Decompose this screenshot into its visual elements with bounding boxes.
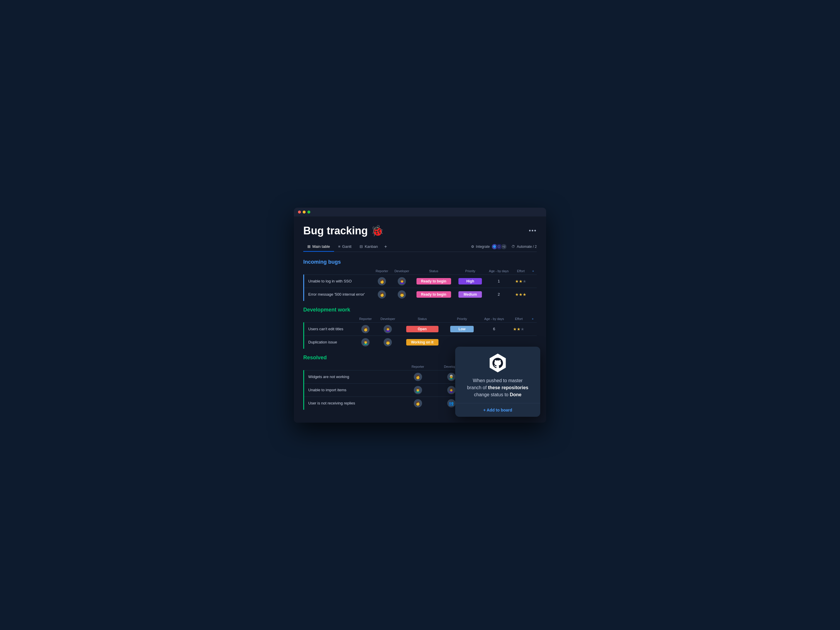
avatar: 👩‍🦱 xyxy=(447,386,455,394)
maximize-dot[interactable] xyxy=(307,211,310,213)
automate-icon: ⏱ xyxy=(512,245,515,249)
add-to-board-button[interactable]: + Add to board xyxy=(483,408,512,412)
row-status[interactable]: Working on it xyxy=(400,336,445,349)
section-development-work-title: Development work xyxy=(303,307,350,313)
avatar: 👩 xyxy=(378,277,386,285)
automate-label: Automate / 2 xyxy=(517,245,537,249)
row-effort: ★★★ xyxy=(512,288,530,301)
section-incoming-bugs-title: Incoming bugs xyxy=(303,259,341,265)
gantt-icon: ≡ xyxy=(338,244,341,249)
row-developer: 👨 xyxy=(391,288,412,301)
row-name: Users can't edit titles xyxy=(304,322,355,336)
col-name-incoming xyxy=(304,267,373,275)
integrate-avatars: 🔷 ⬡ +2 xyxy=(491,244,507,249)
app-window: Bug tracking 🐞 ••• ⊞ Main table ≡ Gantt … xyxy=(294,208,546,423)
row-reporter: 👩 xyxy=(355,322,376,336)
col-name-resolved xyxy=(304,363,402,370)
row-name: Duplication issue xyxy=(304,336,355,349)
minimize-dot[interactable] xyxy=(303,211,306,213)
tab-gantt-label: Gantt xyxy=(342,244,352,249)
row-reporter: 👩 xyxy=(373,288,391,301)
avatar: 👥 xyxy=(447,399,455,407)
avatar: 👩 xyxy=(414,373,422,381)
row-effort: ★★★ xyxy=(509,322,529,336)
app-header: Bug tracking 🐞 ••• xyxy=(303,225,537,237)
section-incoming-bugs: Incoming bugs Reporter Developer Status … xyxy=(303,259,537,301)
row-status[interactable]: Open xyxy=(400,322,445,336)
col-reporter-resolved: Reporter xyxy=(402,363,434,370)
avatar: 👩 xyxy=(414,399,422,407)
automate-button[interactable]: ⏱ Automate / 2 xyxy=(512,245,537,249)
col-age-dev: Age - by days xyxy=(479,315,509,323)
col-reporter-dev: Reporter xyxy=(355,315,376,323)
table-row: Unable to log in with SSO 👩 👩‍🦱 Ready to… xyxy=(304,275,537,288)
tab-kanban[interactable]: ⊟ Kanban xyxy=(355,242,382,252)
col-effort-dev: Effort xyxy=(509,315,529,323)
row-age: 6 xyxy=(479,322,509,336)
row-priority[interactable]: High xyxy=(455,275,485,288)
row-reporter: 👩 xyxy=(373,275,391,288)
col-developer-incoming: Developer xyxy=(391,267,412,275)
github-icon xyxy=(493,358,503,368)
col-priority-incoming: Priority xyxy=(455,267,485,275)
title-text: Bug tracking xyxy=(303,225,368,237)
row-age: 2 xyxy=(486,288,512,301)
avatar: 👨 xyxy=(398,291,406,298)
priority-badge: High xyxy=(458,278,482,284)
avatar: 👩 xyxy=(378,291,386,298)
row-status[interactable]: Ready to begin xyxy=(412,275,455,288)
row-reporter: 👨‍🦱 xyxy=(355,336,376,349)
row-priority[interactable]: Medium xyxy=(455,288,485,301)
more-button[interactable]: ••• xyxy=(529,227,537,234)
table-row: Error message '500 internal error' 👩 👨 R… xyxy=(304,288,537,301)
title-emoji: 🐞 xyxy=(371,225,384,237)
tab-bar: ⊞ Main table ≡ Gantt ⊟ Kanban + ⚙ Integr… xyxy=(303,242,537,252)
avatar: 👨‍🦱 xyxy=(414,386,422,394)
development-work-table: Reporter Developer Status Priority Age -… xyxy=(303,315,537,349)
integrate-button[interactable]: ⚙ Integrate 🔷 ⬡ +2 xyxy=(471,244,507,249)
row-name: Widgets are not working xyxy=(304,370,402,383)
status-badge: Ready to begin xyxy=(417,278,451,284)
col-developer-dev: Developer xyxy=(376,315,400,323)
section-development-work-header: Development work xyxy=(303,307,537,313)
row-developer: 👩‍🦱 xyxy=(391,275,412,288)
col-effort-incoming: Effort xyxy=(512,267,530,275)
row-reporter: 👩 xyxy=(402,370,434,383)
close-dot[interactable] xyxy=(298,211,301,213)
col-priority-dev: Priority xyxy=(445,315,479,323)
tab-actions: ⚙ Integrate 🔷 ⬡ +2 ⏱ Automate / 2 xyxy=(471,244,537,249)
row-name: Error message '500 internal error' xyxy=(304,288,373,301)
avatar: 👩 xyxy=(362,325,369,333)
section-resolved-title: Resolved xyxy=(303,355,327,361)
row-name: User is not receiving replies xyxy=(304,396,402,410)
popup-text: When pushed to master branch of these re… xyxy=(462,377,533,398)
github-hexagon xyxy=(488,354,507,373)
status-badge: Working on it xyxy=(406,339,439,346)
row-effort: ★★★ xyxy=(512,275,530,288)
row-priority[interactable]: Low xyxy=(445,322,479,336)
priority-badge: Medium xyxy=(458,291,482,298)
row-status[interactable]: Ready to begin xyxy=(412,288,455,301)
avatar: 👨‍🦳 xyxy=(447,373,455,381)
table-icon: ⊞ xyxy=(307,244,311,249)
row-age: 1 xyxy=(486,275,512,288)
row-name: Unable to log in with SSO xyxy=(304,275,373,288)
add-tab-button[interactable]: + xyxy=(382,242,389,252)
status-badge: Ready to begin xyxy=(417,291,451,298)
github-popup: When pushed to master branch of these re… xyxy=(455,347,540,417)
integrate-label: Integrate xyxy=(476,245,490,249)
incoming-bugs-table: Reporter Developer Status Priority Age -… xyxy=(303,267,537,301)
col-reporter-incoming: Reporter xyxy=(373,267,391,275)
avatar-count: +2 xyxy=(501,244,507,249)
tab-kanban-label: Kanban xyxy=(365,244,378,249)
titlebar xyxy=(294,208,546,216)
add-col-dev[interactable]: + xyxy=(529,315,537,323)
row-developer: 👩‍🦱 xyxy=(376,322,400,336)
row-reporter: 👨‍🦱 xyxy=(402,383,434,396)
tab-gantt[interactable]: ≡ Gantt xyxy=(334,242,355,252)
col-status-dev: Status xyxy=(400,315,445,323)
status-badge: Open xyxy=(406,326,439,332)
add-col-incoming[interactable]: + xyxy=(530,267,537,275)
tab-main-table[interactable]: ⊞ Main table xyxy=(303,242,334,252)
row-reporter: 👩 xyxy=(402,396,434,410)
